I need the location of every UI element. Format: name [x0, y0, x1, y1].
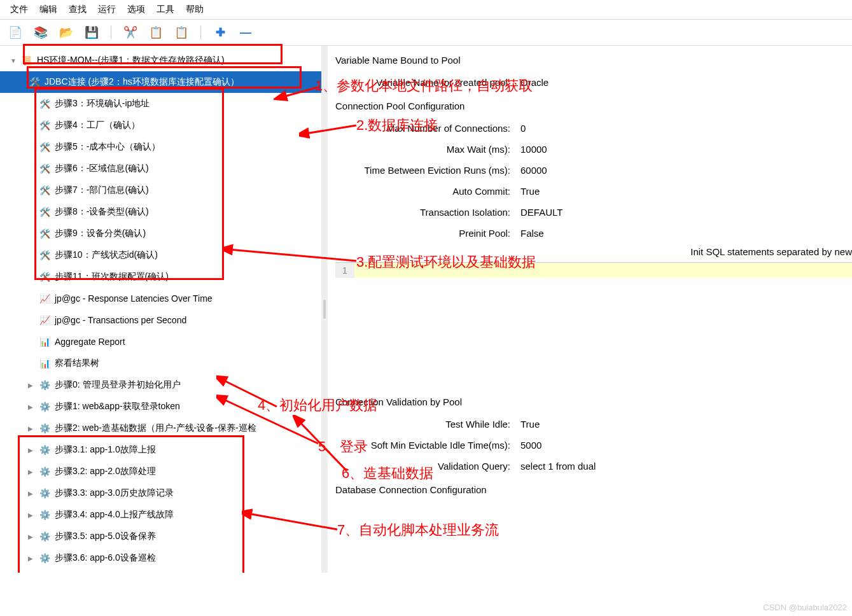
tree-item[interactable]: ▶⚙️步骤3.1: app-1.0故障上报 — [0, 439, 321, 461]
tree-item-label: 步骤11：班次数据配置(确认) — [55, 271, 169, 283]
tree-item[interactable]: ▶⚙️步骤2: web-造基础数据（用户-产线-设备-保养-巡检 — [0, 417, 321, 439]
tree-item-label: 步骤5：-成本中心（确认） — [55, 141, 160, 153]
form-label: Soft Min Evictable Idle Time(ms): — [335, 440, 517, 451]
tree-item[interactable]: ▶⚙️步骤3.6: app-6.0设备巡检 — [0, 547, 321, 569]
tree-item[interactable]: 🛠️步骤8：-设备类型(确认) — [0, 201, 321, 223]
expand-icon[interactable]: ▶ — [28, 533, 38, 540]
form-label: Validation Query: — [335, 461, 517, 472]
form-row: Soft Min Evictable Idle Time(ms):5000 — [335, 437, 852, 453]
plus-icon[interactable]: ✚ — [211, 24, 229, 41]
form-value[interactable]: 60000 — [517, 162, 852, 178]
expand-icon[interactable]: ▶ — [28, 468, 38, 475]
new-file-icon[interactable]: 📄 — [6, 24, 24, 41]
tree-item[interactable]: 🛠️步骤7：-部门信息(确认) — [0, 179, 321, 201]
tree-item[interactable]: 🛠️步骤11：班次数据配置(确认) — [0, 266, 321, 288]
expand-icon[interactable]: ▶ — [28, 403, 38, 410]
tree-root[interactable]: ▼ 📜 HS环境-MOM--(步骤1：数据文件存放路径确认) — [0, 50, 321, 71]
tree-item-label: 步骤4：工厂（确认） — [55, 120, 140, 131]
form-value[interactable]: select 1 from dual — [517, 458, 852, 474]
form-value[interactable]: False — [517, 225, 852, 241]
sql-hint-label: Init SQL statements separated by new — [690, 246, 852, 257]
chart-icon: 📈 — [38, 292, 51, 305]
minus-icon[interactable]: — — [237, 24, 255, 41]
form-value[interactable]: 5000 — [517, 437, 852, 453]
tree-item-label: Aggregate Report — [55, 337, 125, 347]
splitter-handle — [323, 300, 326, 319]
cut-icon[interactable]: ✂️ — [122, 24, 139, 41]
tree-selected[interactable]: 🛠️ JDBC连接 (步骤2：hs环境数据库连接配置确认） — [0, 71, 321, 93]
expand-icon[interactable]: ▶ — [28, 382, 38, 389]
tree-item-label: 步骤1: web&app-获取登录token — [55, 401, 180, 412]
expand-icon[interactable]: ▶ — [28, 512, 38, 519]
save-icon[interactable]: 💾 — [83, 24, 101, 41]
tree-item[interactable]: ▶⚙️步骤3.2: app-2.0故障处理 — [0, 461, 321, 482]
form-row: Time Between Eviction Runs (ms):60000 — [335, 162, 852, 178]
section-pool: Connection Pool Configuration — [335, 97, 852, 115]
expand-icon[interactable]: ▶ — [28, 447, 38, 454]
gear-icon: ⚙️ — [38, 552, 51, 564]
tree-item[interactable]: ▶⚙️步骤3.5: app-5.0设备保养 — [0, 526, 321, 547]
code-area[interactable] — [354, 263, 852, 278]
tree-item[interactable]: 🛠️步骤4：工厂（确认） — [0, 115, 321, 136]
menu-find[interactable]: 查找 — [65, 3, 90, 17]
tree-item[interactable]: 🛠️步骤9：设备分类(确认) — [0, 223, 321, 244]
form-value[interactable]: 10000 — [517, 141, 852, 157]
val-varname[interactable]: Oracle — [517, 74, 852, 90]
gear-icon: ⚙️ — [38, 422, 51, 435]
tree-item[interactable]: 🛠️步骤5：-成本中心（确认） — [0, 136, 321, 158]
form-row: Auto Commit:True — [335, 183, 852, 199]
copy-icon[interactable]: 📋 — [147, 24, 165, 41]
form-value[interactable]: 0 — [517, 120, 852, 136]
menu-options[interactable]: 选项 — [123, 3, 149, 17]
tree-item[interactable]: 🛠️步骤10：产线状态id(确认) — [0, 244, 321, 266]
tree-panel: ▼ 📜 HS环境-MOM--(步骤1：数据文件存放路径确认) 🛠️ JDBC连接… — [0, 46, 321, 573]
expand-icon[interactable]: ▶ — [28, 425, 38, 432]
expand-icon[interactable]: ▶ — [28, 555, 38, 562]
tree-item[interactable]: ▶⚙️步骤3.4: app-4.0上报产线故障 — [0, 504, 321, 526]
expand-icon[interactable]: ▼ — [10, 57, 20, 64]
tree-item[interactable]: 🛠️步骤6：-区域信息(确认) — [0, 158, 321, 179]
tree-item-label: 步骤6：-区域信息(确认) — [55, 163, 149, 174]
paste-icon[interactable]: 📋 — [172, 24, 190, 41]
chart-icon: 📈 — [38, 314, 51, 326]
form-label: Transaction Isolation: — [335, 207, 517, 218]
tree-item[interactable]: 📈jp@gc - Response Latencies Over Time — [0, 288, 321, 309]
gear-icon: ⚙️ — [38, 379, 51, 391]
menu-edit[interactable]: 编辑 — [36, 3, 61, 17]
expand-icon[interactable]: ▶ — [28, 490, 38, 497]
splitter[interactable] — [321, 46, 328, 573]
wrench-icon: 🛠️ — [38, 249, 51, 262]
tree-item[interactable]: ▶⚙️步骤1: web&app-获取登录token — [0, 396, 321, 417]
folder-open-icon[interactable]: 📂 — [57, 24, 75, 41]
toolbar: 📄 📚 📂 💾 ✂️ 📋 📋 ✚ — — [0, 20, 852, 46]
label-varname: Variable Name for created pool: — [335, 77, 517, 88]
tree-item[interactable]: ▶⚙️步骤0: 管理员登录并初始化用户 — [0, 374, 321, 396]
form-value[interactable]: True — [517, 183, 852, 199]
sql-editor[interactable]: 1 — [335, 262, 852, 278]
gear-icon: ⚙️ — [38, 530, 51, 543]
menu-help[interactable]: 帮助 — [182, 3, 207, 17]
form-row: Max Number of Connections:0 — [335, 120, 852, 136]
row-varname: Variable Name for created pool: Oracle — [335, 74, 852, 90]
tree-item-label: jp@gc - Transactions per Second — [55, 315, 186, 325]
menu-tools[interactable]: 工具 — [153, 3, 178, 17]
wrench-icon: 🛠️ — [38, 141, 51, 153]
tree-item[interactable]: 📊Aggregate Report — [0, 331, 321, 353]
main-container: ▼ 📜 HS环境-MOM--(步骤1：数据文件存放路径确认) 🛠️ JDBC连接… — [0, 46, 852, 573]
tree-item[interactable]: 📈jp@gc - Transactions per Second — [0, 309, 321, 331]
tree-item-label: 步骤3.4: app-4.0上报产线故障 — [55, 509, 174, 521]
tree-item[interactable]: 🛠️步骤3：环境确认-ip地址 — [0, 93, 321, 115]
tree-item-label: 步骤10：产线状态id(确认) — [55, 249, 158, 261]
report-icon: 📊 — [38, 357, 51, 370]
tree-item-label: 步骤3.3: app-3.0历史故障记录 — [55, 487, 174, 499]
menubar: 文件 编辑 查找 运行 选项 工具 帮助 — [0, 0, 852, 20]
tree-item[interactable]: 📊察看结果树 — [0, 353, 321, 374]
templates-icon[interactable]: 📚 — [32, 24, 50, 41]
menu-run[interactable]: 运行 — [94, 3, 120, 17]
form-value[interactable]: DEFAULT — [517, 204, 852, 220]
wrench-icon: 🛠️ — [28, 76, 41, 88]
menu-file[interactable]: 文件 — [6, 3, 32, 17]
tree-item-label: 步骤8：-设备类型(确认) — [55, 206, 149, 218]
tree-item[interactable]: ▶⚙️步骤3.3: app-3.0历史故障记录 — [0, 482, 321, 504]
form-value[interactable]: True — [517, 416, 852, 432]
